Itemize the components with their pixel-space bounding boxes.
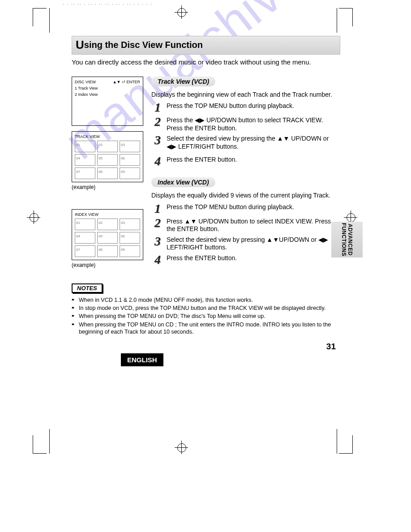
registration-mark [175, 5, 188, 19]
step: 2Press ▲▼ UP/DOWN button to select INDEX… [151, 217, 340, 233]
bullet-icon: •• [72, 296, 79, 304]
thumb-cell: 06 [120, 232, 140, 244]
thumb-cell: 04 [75, 154, 95, 166]
thumb-cell: 01 [75, 219, 95, 230]
step: 1Press the TOP MENU button during playba… [151, 202, 340, 215]
screen-line: 1 Track View [75, 86, 140, 90]
language-badge: ENGLISH [121, 353, 163, 366]
perforation-dots: · · ·· ·· · ·· · ·· ·· · ·· · ·· · · · ·… [63, 2, 153, 7]
step-text: Press the ENTER button. [167, 253, 237, 262]
intro-text: You can directly access the desired musi… [72, 58, 340, 67]
crop-mark [49, 429, 50, 454]
note-text: When in VCD 1.1 & 2.0 mode (MENU OFF mod… [79, 296, 253, 304]
section-intro: Displays the beginning view of each Trac… [151, 91, 340, 99]
thumb-cell: 09 [120, 167, 140, 179]
page-content: Using the Disc View Function You can dir… [72, 36, 340, 366]
thumb-cell: 03 [120, 141, 140, 152]
index-view-screen: INDEX VIEW 01 02 03 04 05 06 07 08 09 [72, 209, 143, 260]
section-heading: Index View (VCD) [151, 177, 215, 187]
page-title: Using the Disc View Function [72, 36, 340, 55]
step-text: Press the TOP MENU button during playbac… [167, 101, 294, 110]
screen-title: TRACK VIEW [75, 134, 140, 139]
step-number: 3 [151, 134, 164, 146]
notes-heading: NOTES [72, 283, 103, 293]
section-tab-label: ADVANCED FUNCTIONS [341, 223, 353, 257]
crop-mark [49, 8, 50, 33]
step-text: Press the ◀▶ UP/DOWN button to select TR… [167, 116, 340, 132]
step: 4Press the ENTER button. [151, 155, 340, 167]
track-view-screen: TRACK VIEW 01 02 03 04 05 06 07 08 09 [72, 131, 143, 182]
registration-mark [27, 210, 40, 224]
bullet-icon: •• [72, 313, 79, 320]
section-tab: ADVANCED FUNCTIONS [331, 222, 363, 257]
thumb-cell: 04 [75, 232, 95, 244]
section-intro: Displays the equally divided 9 views of … [151, 192, 340, 200]
step-text: Press ▲▼ UP/DOWN button to select INDEX … [167, 217, 340, 233]
note-text: When pressing the TOP MENU on DVD; The d… [79, 313, 265, 320]
thumb-cell: 05 [97, 232, 118, 244]
step: 4Press the ENTER button. [151, 253, 340, 266]
screen-controls: ▲▼ ⏎ ENTER [113, 80, 140, 84]
step-text: Select the desired view by pressing ▲▼UP… [167, 235, 340, 252]
thumb-cell: 09 [120, 245, 140, 257]
example-label: (example) [72, 262, 143, 268]
thumb-cell: 01 [75, 141, 95, 152]
section-heading: Track View (VCD) [151, 77, 215, 86]
title-rest: sing the Disc View Function [84, 40, 203, 50]
left-column: DISC VIEW ▲▼ ⏎ ENTER 1 Track View 2 Inde… [72, 77, 143, 275]
step-number: 1 [151, 202, 164, 215]
thumb-cell: 03 [120, 219, 140, 230]
step: 1Press the TOP MENU button during playba… [151, 101, 340, 114]
step: 3Select the desired view by pressing the… [151, 134, 340, 150]
step: 2Press the ◀▶ UP/DOWN button to select T… [151, 116, 340, 132]
screen-line: 2 Index View [75, 92, 140, 97]
disc-view-screen: DISC VIEW ▲▼ ⏎ ENTER 1 Track View 2 Inde… [72, 77, 143, 126]
example-label: (example) [72, 184, 143, 190]
thumb-cell: 02 [97, 141, 118, 152]
step-number: 2 [151, 217, 164, 229]
step-text: Select the desired view by pressing the … [167, 134, 340, 150]
crop-mark [336, 429, 337, 454]
step-text: Press the TOP MENU button during playbac… [167, 202, 294, 211]
registration-mark [175, 441, 188, 454]
notes-list: ••When in VCD 1.1 & 2.0 mode (MENU OFF m… [72, 296, 340, 335]
thumb-cell: 08 [97, 167, 118, 179]
note-text: When pressing the TOP MENU on CD ; The u… [79, 321, 340, 336]
crop-mark [339, 435, 353, 454]
thumb-cell: 06 [120, 154, 140, 166]
thumb-cell: 05 [97, 154, 118, 166]
page-number: 31 [72, 342, 340, 352]
step-number: 2 [151, 116, 164, 128]
screen-title: INDEX VIEW [75, 212, 140, 217]
note-text: In stop mode on VCD, press the TOP MENU … [79, 305, 325, 312]
step-text: Press the ENTER button. [167, 155, 237, 164]
thumb-cell: 07 [75, 245, 95, 257]
crop-mark [336, 8, 337, 33]
screen-title: DISC VIEW [75, 80, 96, 84]
right-column: Track View (VCD) Displays the beginning … [151, 77, 340, 275]
step-number: 3 [151, 235, 164, 248]
step-number: 4 [151, 155, 164, 167]
step: 3Select the desired view by pressing ▲▼U… [151, 235, 340, 252]
thumb-cell: 02 [97, 219, 118, 230]
crop-mark [33, 435, 47, 454]
crop-mark [33, 8, 47, 26]
thumb-cell: 08 [97, 245, 118, 257]
crop-mark [339, 8, 353, 26]
bullet-icon: •• [72, 321, 79, 336]
bullet-icon: •• [72, 305, 79, 312]
step-number: 1 [151, 101, 164, 114]
step-number: 4 [151, 253, 164, 266]
thumb-cell: 07 [75, 167, 95, 179]
title-dropcap: U [76, 38, 84, 51]
